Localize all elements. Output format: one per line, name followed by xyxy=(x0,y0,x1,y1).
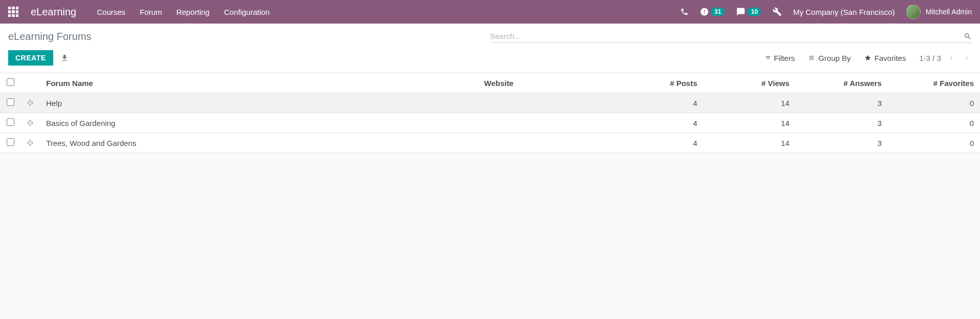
navbar: eLearning Courses Forum Reporting Config… xyxy=(0,0,980,24)
chevron-left-icon xyxy=(948,54,954,62)
drag-handle-icon[interactable] xyxy=(20,133,40,153)
search-input[interactable] xyxy=(490,32,964,40)
cell-favorites: 0 xyxy=(888,93,980,113)
cell-website xyxy=(478,113,611,133)
th-posts[interactable]: # Posts xyxy=(611,73,703,93)
pager-next[interactable] xyxy=(962,52,972,64)
control-panel: eLearning Forums CREATE Filters Group By… xyxy=(0,24,980,73)
cell-views: 14 xyxy=(703,113,796,133)
th-name[interactable]: Forum Name xyxy=(40,73,478,93)
pager-prev[interactable] xyxy=(946,52,956,64)
app-brand[interactable]: eLearning xyxy=(31,6,76,18)
nav-right: 31 10 My Company (San Francisco) Mitchel… xyxy=(680,5,972,19)
th-views[interactable]: # Views xyxy=(703,73,796,93)
forums-table: Forum Name Website # Posts # Views # Ans… xyxy=(0,73,980,153)
cell-answers: 3 xyxy=(796,93,888,113)
row-checkbox[interactable] xyxy=(7,118,14,126)
filters-button[interactable]: Filters xyxy=(765,54,795,62)
pager: 1-3 / 3 xyxy=(919,52,972,64)
favorites-label: Favorites xyxy=(874,54,906,62)
star-icon xyxy=(864,54,871,61)
chevron-right-icon xyxy=(964,54,970,62)
th-favorites[interactable]: # Favorites xyxy=(888,73,980,93)
apps-icon[interactable] xyxy=(8,7,18,17)
nav-forum[interactable]: Forum xyxy=(140,8,162,16)
cell-name: Help xyxy=(40,93,478,113)
messages-icon[interactable]: 10 xyxy=(736,7,761,16)
nav-configuration[interactable]: Configuration xyxy=(224,8,269,16)
pager-range[interactable]: 1-3 / 3 xyxy=(919,54,941,62)
cell-posts: 4 xyxy=(611,113,703,133)
row-checkbox[interactable] xyxy=(7,138,14,146)
download-icon[interactable] xyxy=(60,54,69,62)
cell-views: 14 xyxy=(703,133,796,153)
debug-icon[interactable] xyxy=(773,7,782,16)
favorites-button[interactable]: Favorites xyxy=(864,54,906,62)
activities-icon[interactable]: 31 xyxy=(700,7,725,16)
filters-label: Filters xyxy=(774,54,795,62)
th-answers[interactable]: # Answers xyxy=(796,73,888,93)
user-name: Mitchell Admin xyxy=(926,8,972,16)
groupby-label: Group By xyxy=(818,54,850,62)
th-website[interactable]: Website xyxy=(478,73,611,93)
row-checkbox[interactable] xyxy=(7,98,14,106)
drag-handle-icon[interactable] xyxy=(20,93,40,113)
nav-menu: Courses Forum Reporting Configuration xyxy=(97,8,269,16)
funnel-icon xyxy=(765,55,771,61)
create-button[interactable]: CREATE xyxy=(8,50,53,66)
nav-reporting[interactable]: Reporting xyxy=(176,8,210,16)
groupby-button[interactable]: Group By xyxy=(808,54,850,62)
cell-name: Trees, Wood and Gardens xyxy=(40,133,478,153)
user-menu[interactable]: Mitchell Admin xyxy=(906,5,972,19)
activities-badge: 31 xyxy=(711,8,725,16)
search-icon[interactable] xyxy=(964,32,972,40)
list-view: Forum Name Website # Posts # Views # Ans… xyxy=(0,73,980,153)
cell-favorites: 0 xyxy=(888,133,980,153)
table-row[interactable]: Trees, Wood and Gardens41430 xyxy=(0,133,980,153)
table-row[interactable]: Basics of Gardening41430 xyxy=(0,113,980,133)
list-icon xyxy=(808,55,815,61)
search-area xyxy=(490,30,972,43)
company-selector[interactable]: My Company (San Francisco) xyxy=(793,8,894,16)
nav-courses[interactable]: Courses xyxy=(97,8,126,16)
cell-favorites: 0 xyxy=(888,113,980,133)
cell-answers: 3 xyxy=(796,133,888,153)
drag-handle-icon[interactable] xyxy=(20,113,40,133)
cell-answers: 3 xyxy=(796,113,888,133)
table-row[interactable]: Help41430 xyxy=(0,93,980,113)
cell-posts: 4 xyxy=(611,133,703,153)
phone-icon[interactable] xyxy=(680,8,689,16)
cell-views: 14 xyxy=(703,93,796,113)
messages-badge: 10 xyxy=(747,8,761,16)
cell-website xyxy=(478,93,611,113)
cell-name: Basics of Gardening xyxy=(40,113,478,133)
breadcrumb: eLearning Forums xyxy=(8,31,91,42)
cell-website xyxy=(478,133,611,153)
select-all-checkbox[interactable] xyxy=(7,78,14,86)
avatar xyxy=(906,5,921,19)
cell-posts: 4 xyxy=(611,93,703,113)
